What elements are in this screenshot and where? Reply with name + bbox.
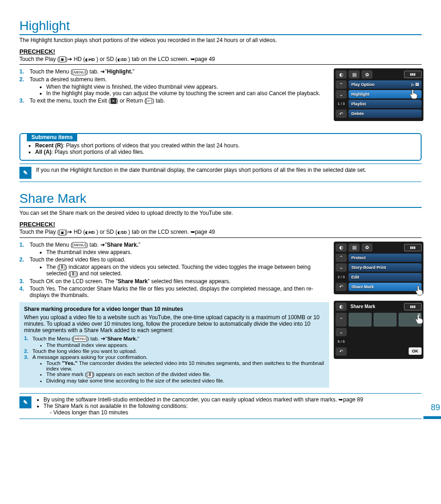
recent-icon: R bbox=[57, 142, 61, 149]
file-icon: ≣ bbox=[87, 372, 93, 378]
t: A message appears asking for your confir… bbox=[32, 354, 147, 360]
video-thumbnail[interactable]: ≣ bbox=[398, 313, 422, 327]
lcd-play-tab[interactable]: ◐ bbox=[336, 243, 347, 252]
menu-delete[interactable]: Delete bbox=[349, 109, 422, 118]
t: The Share Mark is not available in the f… bbox=[43, 403, 363, 416]
lcd-panel-2: ◐ ▤ ✿ ▮▮▮ ⌃Protect ⌄Story-Board Print 2 … bbox=[334, 242, 422, 365]
lcd-count: 5 / 5 bbox=[336, 338, 347, 346]
note-box-1: ✎ If you run the Highlight function in t… bbox=[19, 164, 422, 182]
steps-body: 1.Touch the Menu (MENU) tab. ➔"Highlight… bbox=[19, 68, 422, 104]
t: Touch a desired submenu item. bbox=[30, 76, 107, 83]
video-thumbnail[interactable] bbox=[349, 313, 372, 327]
t: ) or SD ( bbox=[95, 56, 117, 62]
t: ) tab. bbox=[152, 97, 165, 104]
t: Touch "Yes." The camcorder divides the s… bbox=[46, 360, 325, 371]
note-icon: ✎ bbox=[19, 396, 31, 408]
t: )➔ HD ( bbox=[66, 56, 85, 62]
lcd-settings-tab[interactable]: ✿ bbox=[361, 243, 373, 252]
manual-page: Highlight The Highlight function plays s… bbox=[0, 0, 441, 419]
lcd-page-count: 2 / 3 bbox=[336, 273, 347, 281]
blue-procedure-box: Share marking procedure for a video long… bbox=[19, 302, 329, 388]
t: Touch the Menu ( bbox=[30, 242, 73, 248]
lcd-return[interactable]: ↶ bbox=[336, 109, 347, 118]
t: " bbox=[137, 336, 139, 341]
video-thumbnail[interactable] bbox=[374, 313, 397, 327]
t: ) tab on the LCD screen. ➥page 49 bbox=[127, 56, 215, 62]
t: To exit the menu, touch the Exit ( bbox=[30, 97, 110, 104]
lcd-return[interactable]: ↶ bbox=[336, 347, 347, 356]
t: The (≣) indicator appears on the videos … bbox=[46, 264, 329, 277]
t: Touch the Menu ( bbox=[32, 336, 74, 341]
t: The thumbnail index view appears. bbox=[46, 249, 329, 255]
t: The thumbnail index view appears. bbox=[46, 342, 325, 348]
intro-text: The Highlight function plays short porti… bbox=[19, 37, 422, 43]
t: ) tab. ➔" bbox=[86, 242, 107, 248]
play-icon: ▣ bbox=[59, 230, 66, 236]
bluebox-heading: Share marking procedure for a video long… bbox=[24, 306, 325, 312]
t: " selected files message appears. bbox=[148, 278, 231, 285]
t: Touch the Play ( bbox=[19, 56, 59, 62]
sd-icon: ◐SD bbox=[117, 57, 127, 62]
menu-icon: MENU bbox=[73, 242, 86, 248]
file-icon: ≣ bbox=[70, 271, 76, 277]
t: " bbox=[138, 242, 140, 248]
t: In the highlight play mode, you can adju… bbox=[46, 90, 422, 97]
menu-storyboard[interactable]: Story-Board Print bbox=[349, 263, 422, 272]
t: Share Mark bbox=[118, 278, 148, 285]
battery-icon: ▮▮▮ bbox=[404, 303, 422, 310]
t: Share Mark. bbox=[107, 336, 137, 341]
precheck-text: Touch the Play (▣)➔ HD (◐HD ) or SD (◐SD… bbox=[19, 56, 422, 65]
menu-icon: MENU bbox=[73, 69, 86, 75]
t: " bbox=[133, 68, 135, 75]
t: ) tab. ➔" bbox=[86, 68, 107, 75]
precheck-heading: PRECHECK! bbox=[19, 48, 422, 55]
t: The share mark (≣) appears on each secti… bbox=[46, 371, 325, 377]
menu-protect[interactable]: Protect bbox=[349, 254, 422, 262]
exit-icon: ✕ bbox=[110, 98, 116, 104]
lcd-title: Share Mark bbox=[349, 303, 402, 311]
t: When you upload a video file to a websit… bbox=[24, 314, 325, 334]
t: ) tab. ➔" bbox=[87, 336, 107, 341]
lcd-list-tab[interactable]: ▤ bbox=[349, 243, 360, 252]
t: Touch the Play ( bbox=[19, 229, 59, 235]
submenu-box: Submenu items Recent (R): Plays short po… bbox=[19, 133, 422, 161]
lcd-down[interactable]: ⌄ bbox=[336, 328, 347, 336]
heading-highlight: Highlight bbox=[19, 18, 422, 35]
t: )➔ HD ( bbox=[66, 229, 85, 235]
menu-icon: MENU bbox=[74, 336, 87, 342]
t: Share Mark. bbox=[107, 242, 138, 248]
t: ) tab on the LCD screen. ➥page 49 bbox=[127, 229, 215, 235]
hd-icon: ◐HD bbox=[85, 230, 95, 235]
file-icon: ≣ bbox=[59, 264, 65, 270]
sd-icon: ◐SD bbox=[117, 230, 127, 235]
menu-edit[interactable]: Edit bbox=[349, 273, 422, 281]
lcd-return[interactable]: ↶ bbox=[336, 283, 347, 291]
t: Touch the desired video files to upload. bbox=[30, 256, 125, 263]
play-icon: ▣ bbox=[59, 56, 66, 62]
t: Highlight. bbox=[107, 68, 132, 75]
precheck-heading: PRECHECK! bbox=[19, 221, 422, 228]
t: Touch OK on the LCD screen. The " bbox=[30, 278, 118, 285]
menu-sharemark[interactable]: Share Mark bbox=[349, 283, 422, 291]
lcd-down[interactable]: ⌄ bbox=[336, 263, 347, 272]
precheck-text: Touch the Play (▣)➔ HD (◐HD ) or SD (◐SD… bbox=[19, 229, 422, 237]
t: By using the software Intelli-studio emb… bbox=[43, 396, 363, 403]
battery-icon: ▮▮▮ bbox=[404, 244, 422, 251]
lcd-up[interactable]: ⌃ bbox=[336, 254, 347, 262]
t: Touch the Menu ( bbox=[30, 68, 73, 75]
note-text: If you run the Highlight function in the… bbox=[36, 167, 366, 173]
submenu-tab: Submenu items bbox=[27, 133, 77, 141]
hd-icon: ◐HD bbox=[85, 57, 95, 62]
lcd-up[interactable]: ⌃ bbox=[336, 313, 347, 327]
note-icon: ✎ bbox=[19, 167, 31, 179]
t: ) or SD ( bbox=[95, 229, 117, 235]
t: Touch the long video file you want to up… bbox=[32, 348, 137, 354]
lcd-play-tab[interactable]: ◐ bbox=[336, 303, 347, 311]
sub-all: All (A): Plays short portions of all vid… bbox=[35, 149, 415, 155]
return-icon: ↩ bbox=[146, 98, 152, 104]
intro-text: You can set the Share mark on the desire… bbox=[19, 210, 422, 216]
t: Touch Yes. The camcorder Share Marks the… bbox=[30, 285, 313, 298]
ok-button[interactable]: OK bbox=[409, 347, 422, 355]
steps-body-2: 1.Touch the Menu (MENU) tab. ➔"Share Mar… bbox=[19, 242, 329, 388]
heading-sharemark: Share Mark bbox=[19, 191, 422, 208]
